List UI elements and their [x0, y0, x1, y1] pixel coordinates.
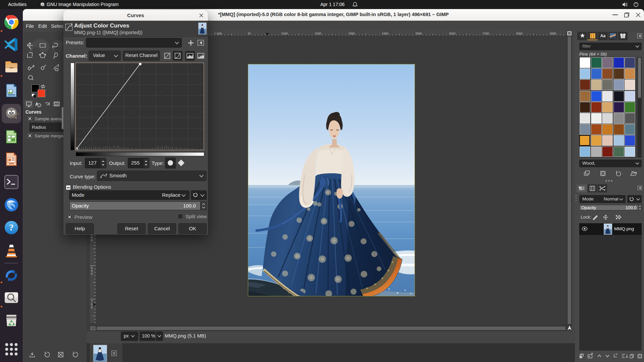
svg-text:900: 900: [551, 32, 556, 35]
svg-text:0: 0: [249, 32, 251, 35]
svg-text:0: 0: [91, 238, 93, 242]
svg-text:400: 400: [383, 32, 388, 35]
svg-text:i: i: [39, 104, 39, 107]
svg-text:300: 300: [350, 32, 355, 35]
svg-text:0: 0: [91, 272, 93, 276]
svg-text:800: 800: [517, 32, 523, 35]
svg-text:500: 500: [417, 32, 422, 35]
svg-text:100: 100: [282, 32, 288, 35]
svg-text:200: 200: [316, 32, 321, 35]
svg-text:700: 700: [484, 32, 489, 35]
svg-text:0: 0: [91, 305, 93, 309]
svg-text:?: ?: [9, 223, 14, 233]
svg-text:-100: -100: [215, 32, 222, 35]
svg-text:600: 600: [450, 32, 455, 35]
